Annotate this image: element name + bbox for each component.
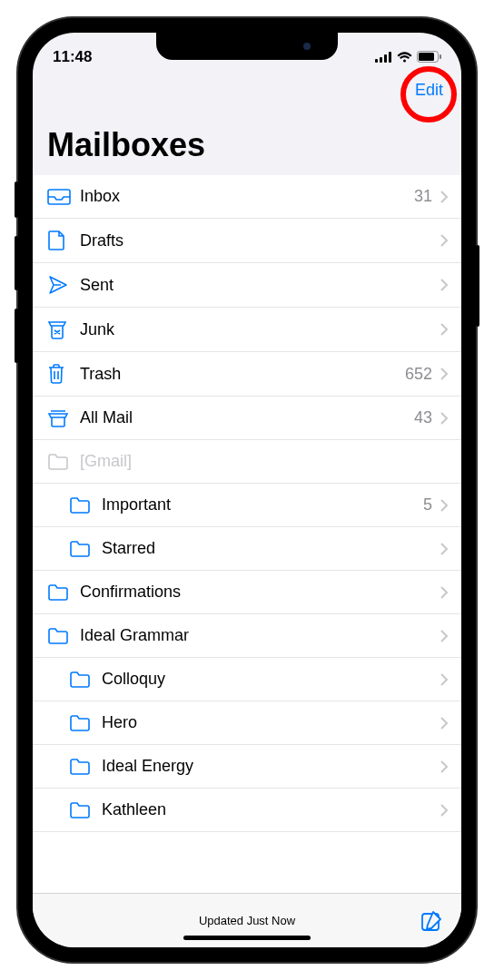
- chevron-right-icon: [440, 411, 449, 426]
- mailbox-item[interactable]: Important5: [33, 484, 461, 527]
- folder-icon: [69, 801, 102, 819]
- compose-icon: [420, 909, 443, 933]
- svg-rect-0: [375, 59, 378, 63]
- folder-icon: [69, 540, 102, 558]
- page-title: Mailboxes: [47, 126, 447, 164]
- folder-icon: [47, 627, 80, 645]
- chevron-right-icon: [440, 233, 449, 248]
- inbox-icon: [47, 188, 80, 206]
- mailbox-item[interactable]: All Mail43: [33, 397, 461, 440]
- mailbox-item: [Gmail]: [33, 440, 461, 484]
- mailbox-item[interactable]: Ideal Energy: [33, 745, 461, 789]
- mailbox-label: Kathleen: [102, 800, 440, 819]
- mailbox-label: All Mail: [80, 408, 414, 427]
- status-indicators: [375, 51, 441, 63]
- chevron-right-icon: [440, 542, 449, 556]
- mailbox-label: Junk: [80, 320, 440, 339]
- mailbox-label: Colloquy: [102, 670, 440, 689]
- mailbox-count: 652: [405, 365, 432, 384]
- chevron-right-icon: [440, 716, 449, 730]
- chevron-right-icon: [440, 322, 449, 337]
- home-indicator: [183, 936, 311, 940]
- mailbox-label: [Gmail]: [80, 452, 449, 471]
- compose-button[interactable]: [420, 909, 443, 933]
- battery-icon: [417, 51, 441, 63]
- mailbox-item[interactable]: Junk: [33, 308, 461, 352]
- mailbox-list: Inbox31DraftsSentJunkTrash652All Mail43[…: [33, 175, 461, 893]
- mailbox-count: 43: [414, 408, 432, 427]
- notch: [156, 33, 338, 60]
- chevron-right-icon: [440, 672, 449, 687]
- chevron-right-icon: [440, 629, 449, 643]
- mailbox-label: Sent: [80, 276, 440, 295]
- mailbox-label: Ideal Grammar: [80, 626, 440, 645]
- mailbox-label: Confirmations: [80, 583, 440, 602]
- mailbox-item[interactable]: Colloquy: [33, 658, 461, 701]
- drafts-icon: [47, 230, 80, 251]
- camera-dot: [303, 43, 311, 50]
- side-button: [15, 309, 18, 363]
- chevron-right-icon: [440, 498, 449, 513]
- svg-rect-2: [384, 54, 387, 63]
- mailbox-label: Hero: [102, 713, 440, 732]
- cellular-icon: [375, 52, 392, 63]
- mailbox-item[interactable]: Starred: [33, 527, 461, 571]
- mailbox-count: 5: [423, 495, 432, 514]
- svg-rect-6: [440, 54, 441, 59]
- chevron-right-icon: [440, 278, 449, 292]
- svg-rect-5: [419, 53, 434, 61]
- folder-icon: [69, 671, 102, 689]
- wifi-icon: [397, 52, 412, 63]
- folder-icon: [69, 714, 102, 732]
- phone-frame: 11:48 Edit: [18, 18, 476, 962]
- side-button: [15, 181, 18, 218]
- status-time: 11:48: [53, 48, 92, 66]
- svg-rect-1: [380, 57, 382, 63]
- mailbox-label: Trash: [80, 365, 405, 384]
- junk-icon: [47, 318, 80, 340]
- allmail-icon: [47, 408, 80, 428]
- mailbox-item[interactable]: Sent: [33, 263, 461, 308]
- screen: 11:48 Edit: [33, 33, 461, 947]
- folder-icon: [69, 758, 102, 776]
- folder-icon: [47, 583, 80, 602]
- folder-gray-icon: [47, 453, 80, 471]
- sent-icon: [47, 274, 80, 296]
- mailbox-item[interactable]: Confirmations: [33, 571, 461, 614]
- mailbox-item[interactable]: Drafts: [33, 219, 461, 263]
- toolbar-status: Updated Just Now: [199, 914, 295, 927]
- chevron-right-icon: [440, 585, 449, 600]
- folder-icon: [69, 496, 102, 514]
- mailbox-label: Inbox: [80, 187, 414, 206]
- mailbox-label: Ideal Energy: [102, 757, 440, 776]
- mailbox-item[interactable]: Kathleen: [33, 789, 461, 832]
- mailbox-label: Important: [102, 495, 423, 514]
- mailbox-item[interactable]: Inbox31: [33, 175, 461, 219]
- svg-rect-3: [389, 52, 391, 63]
- mailbox-item[interactable]: Ideal Grammar: [33, 614, 461, 658]
- mailbox-label: Starred: [102, 539, 440, 558]
- side-button: [476, 245, 479, 327]
- highlight-circle: [400, 66, 457, 122]
- mailbox-count: 31: [414, 187, 432, 206]
- chevron-right-icon: [440, 803, 449, 818]
- header: Edit Mailboxes: [33, 74, 461, 175]
- mailbox-item[interactable]: Hero: [33, 701, 461, 745]
- chevron-right-icon: [440, 367, 449, 381]
- mailbox-label: Drafts: [80, 231, 440, 250]
- trash-icon: [47, 363, 80, 385]
- side-button: [15, 236, 18, 290]
- chevron-right-icon: [440, 190, 449, 204]
- chevron-right-icon: [440, 760, 449, 774]
- mailbox-item[interactable]: Trash652: [33, 352, 461, 397]
